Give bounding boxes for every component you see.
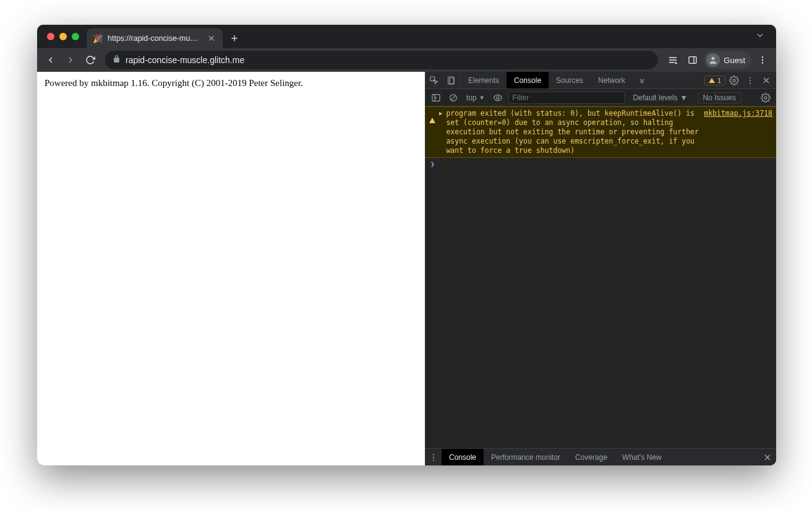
svg-point-12 xyxy=(750,82,751,84)
devtools-settings-icon[interactable] xyxy=(727,73,741,88)
devtools-close-icon[interactable] xyxy=(759,73,774,88)
svg-point-2 xyxy=(712,57,715,60)
drawer-tab-performance-monitor[interactable]: Performance monitor xyxy=(484,449,568,465)
browser-tab[interactable]: 🎉 https://rapid-concise-muscle.g ✕ xyxy=(87,28,223,48)
warning-icon xyxy=(709,78,715,83)
new-tab-button[interactable]: ＋ xyxy=(223,30,246,45)
address-bar[interactable]: rapid-concise-muscle.glitch.me xyxy=(105,51,658,69)
tab-title: https://rapid-concise-muscle.g xyxy=(108,34,202,43)
tab-strip: 🎉 https://rapid-concise-muscle.g ✕ ＋ xyxy=(37,25,776,48)
drawer-close-button[interactable] xyxy=(759,449,776,465)
console-prompt[interactable]: ❯ xyxy=(425,158,776,170)
devtools-menu-icon[interactable] xyxy=(743,73,758,88)
console-settings-icon[interactable] xyxy=(759,93,772,103)
svg-point-21 xyxy=(433,454,434,455)
favicon-icon: 🎉 xyxy=(93,34,103,43)
drawer-tab-coverage[interactable]: Coverage xyxy=(568,449,615,465)
console-warning-message[interactable]: ▶ program exited (with status: 0), but k… xyxy=(425,106,776,158)
minimize-window-button[interactable] xyxy=(59,33,67,40)
svg-point-9 xyxy=(733,79,735,82)
expand-arrow-icon[interactable]: ▶ xyxy=(439,110,442,155)
tabs-overflow-button[interactable] xyxy=(633,72,651,89)
browser-window: 🎉 https://rapid-concise-muscle.g ✕ ＋ rap… xyxy=(37,25,776,465)
live-expression-icon[interactable] xyxy=(491,91,505,105)
warnings-count: 1 xyxy=(717,77,721,84)
context-selector[interactable]: top ▼ xyxy=(464,93,487,102)
drawer-menu-button[interactable] xyxy=(425,449,442,465)
tab-elements[interactable]: Elements xyxy=(461,72,506,89)
profile-button[interactable]: Guest xyxy=(704,51,751,69)
svg-rect-0 xyxy=(689,57,696,64)
devtools-panel: Elements Console Sources Network 1 xyxy=(425,72,776,465)
devtools-tab-bar: Elements Console Sources Network 1 xyxy=(425,72,776,89)
tab-console[interactable]: Console xyxy=(506,72,549,89)
tab-overflow-button[interactable] xyxy=(755,30,771,43)
avatar-icon xyxy=(706,53,720,67)
inspect-element-icon[interactable] xyxy=(425,72,443,89)
chevron-down-icon: ▼ xyxy=(680,93,688,102)
chevron-down-icon: ▼ xyxy=(479,95,485,101)
svg-line-18 xyxy=(451,95,456,100)
message-text: program exited (with status: 0), but kee… xyxy=(446,109,700,155)
url-text: rapid-concise-muscle.glitch.me xyxy=(126,55,651,65)
clear-console-icon[interactable] xyxy=(447,91,460,105)
message-source-link[interactable]: mkbitmap.js:3718 xyxy=(704,109,772,155)
svg-point-11 xyxy=(750,79,751,80)
chevron-right-icon: ❯ xyxy=(430,160,435,168)
log-levels-label: Default levels xyxy=(633,93,678,102)
close-window-button[interactable] xyxy=(47,33,54,40)
side-panel-icon[interactable] xyxy=(684,51,701,69)
tab-network[interactable]: Network xyxy=(591,72,633,89)
back-button[interactable] xyxy=(42,51,59,69)
drawer-tab-console[interactable]: Console xyxy=(442,449,484,465)
svg-point-3 xyxy=(762,56,763,58)
issues-button[interactable]: No Issues xyxy=(698,92,741,103)
context-label: top xyxy=(466,93,477,102)
warning-icon xyxy=(429,109,435,155)
svg-point-23 xyxy=(433,459,434,460)
close-tab-button[interactable]: ✕ xyxy=(207,33,216,43)
console-toolbar: top ▼ Default levels ▼ No Issues xyxy=(425,89,776,106)
svg-point-4 xyxy=(762,59,763,61)
drawer-tab-whatsnew[interactable]: What's New xyxy=(615,449,669,465)
forward-button[interactable] xyxy=(62,51,79,69)
svg-point-20 xyxy=(764,97,767,99)
svg-point-5 xyxy=(762,62,763,63)
browser-toolbar: rapid-concise-muscle.glitch.me Guest xyxy=(37,48,776,72)
log-levels-selector[interactable]: Default levels ▼ xyxy=(631,93,690,102)
page-body-text: Powered by mkbitmap 1.16. Copyright (C) … xyxy=(45,78,417,89)
svg-point-22 xyxy=(433,456,434,457)
browser-menu-button[interactable] xyxy=(754,51,771,69)
device-toolbar-icon[interactable] xyxy=(443,72,460,89)
toggle-sidebar-icon[interactable] xyxy=(429,91,443,105)
maximize-window-button[interactable] xyxy=(72,33,79,40)
tab-sources[interactable]: Sources xyxy=(549,72,591,89)
console-output[interactable]: ▶ program exited (with status: 0), but k… xyxy=(425,106,776,448)
page-viewport[interactable]: Powered by mkbitmap 1.16. Copyright (C) … xyxy=(37,72,425,465)
content-row: Powered by mkbitmap 1.16. Copyright (C) … xyxy=(37,72,776,465)
profile-label: Guest xyxy=(724,56,745,65)
devtools-drawer: Console Performance monitor Coverage Wha… xyxy=(425,448,776,465)
window-controls xyxy=(42,33,87,40)
svg-point-19 xyxy=(497,97,499,99)
media-control-icon[interactable] xyxy=(664,51,682,69)
svg-point-10 xyxy=(750,77,751,78)
warnings-badge[interactable]: 1 xyxy=(704,76,725,85)
lock-icon xyxy=(113,55,121,65)
console-filter-input[interactable] xyxy=(508,92,625,104)
svg-rect-8 xyxy=(450,78,454,84)
toolbar-right: Guest xyxy=(664,51,771,69)
reload-button[interactable] xyxy=(82,51,99,69)
